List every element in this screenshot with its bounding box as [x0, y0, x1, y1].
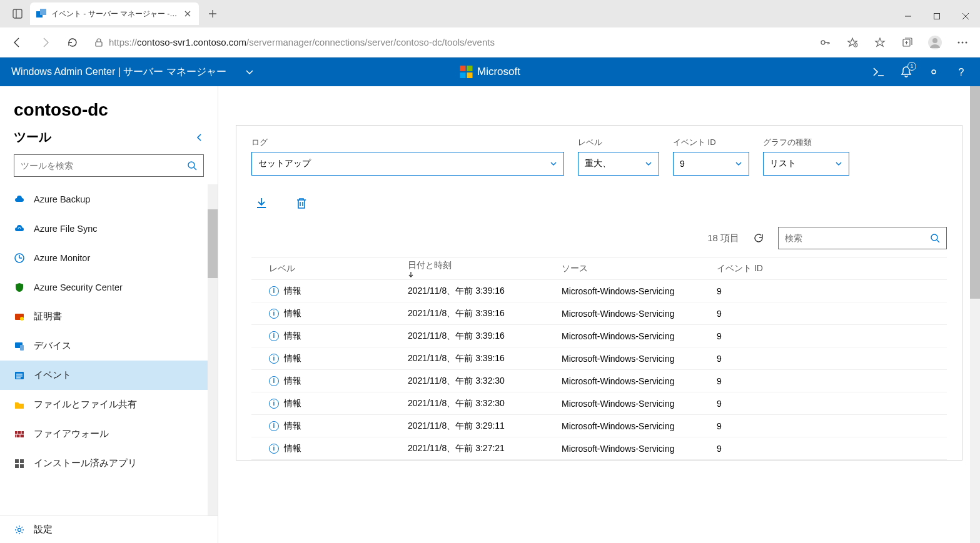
site-info-icon[interactable]: [94, 37, 104, 47]
more-button[interactable]: [950, 30, 975, 55]
sidebar-settings-label: 設定: [34, 524, 53, 536]
svg-rect-23: [20, 345, 24, 351]
server-name: contoso-dc: [14, 100, 108, 120]
col-level[interactable]: レベル: [251, 263, 408, 274]
sidebar-item-label: 証明書: [34, 311, 62, 322]
table-row[interactable]: i情報2021/11/8、午前 3:29:11Microsoft-Windows…: [251, 415, 947, 437]
cell-source: Microsoft-Windows-Servicing: [562, 354, 717, 364]
sidebar-item[interactable]: Azure Security Center: [0, 272, 218, 302]
table-row[interactable]: i情報2021/11/8、午前 3:39:16Microsoft-Windows…: [251, 302, 947, 325]
sidebar-search-input[interactable]: [21, 161, 182, 171]
sidebar-item[interactable]: Azure Monitor: [0, 243, 218, 272]
key-icon[interactable]: [812, 30, 837, 55]
sidebar-item[interactable]: イベント: [0, 361, 218, 390]
apps-icon: [14, 458, 25, 469]
main-scrollbar-track[interactable]: [970, 86, 980, 543]
table-row[interactable]: i情報2021/11/8、午前 3:32:30Microsoft-Windows…: [251, 370, 947, 392]
chevron-down-icon: [835, 160, 842, 167]
collapse-sidebar-button[interactable]: [195, 133, 204, 142]
main-content: ログ セットアップ レベル 重大、 イベント ID 9: [218, 86, 980, 543]
back-button[interactable]: [5, 30, 30, 55]
help-button[interactable]: ?: [954, 64, 969, 79]
table-row[interactable]: i情報2021/11/8、午前 3:39:16Microsoft-Windows…: [251, 325, 947, 347]
cell-date: 2021/11/8、午前 3:32:30: [408, 398, 562, 409]
tab-actions-button[interactable]: [5, 2, 30, 25]
filter-level-label: レベル: [578, 137, 659, 148]
col-id[interactable]: イベント ID: [717, 263, 947, 274]
chevron-down-icon[interactable]: [245, 67, 254, 76]
cell-date: 2021/11/8、午前 3:39:16: [408, 331, 562, 342]
filter-id-combo[interactable]: 9: [673, 152, 749, 176]
favorites-button[interactable]: [867, 30, 892, 55]
profile-button[interactable]: [922, 30, 947, 55]
cell-id: 9: [717, 444, 947, 454]
cell-id: 9: [717, 309, 947, 319]
filter-chart-combo[interactable]: リスト: [763, 152, 849, 176]
favorites-add-button[interactable]: [840, 30, 865, 55]
filter-level-combo[interactable]: 重大、: [578, 152, 659, 176]
cell-level: 情報: [284, 398, 301, 409]
window-minimize-button[interactable]: [894, 5, 922, 27]
refresh-results-button[interactable]: [750, 230, 767, 246]
cell-source: Microsoft-Windows-Servicing: [562, 309, 717, 319]
sidebar-item[interactable]: Azure File Sync: [0, 214, 218, 243]
sidebar-settings[interactable]: 設定: [0, 516, 218, 543]
tab-close-button[interactable]: [183, 9, 193, 19]
forward-button[interactable]: [33, 30, 58, 55]
sidebar-search[interactable]: [14, 154, 204, 177]
sidebar-item[interactable]: 証明書: [0, 302, 218, 331]
main-scrollbar-thumb[interactable]: [970, 86, 980, 299]
table-row[interactable]: i情報2021/11/8、午前 3:27:21Microsoft-Windows…: [251, 437, 947, 460]
new-tab-button[interactable]: [203, 4, 223, 24]
cell-date: 2021/11/8、午前 3:39:16: [408, 286, 562, 297]
sidebar-item[interactable]: インストール済みアプリ: [0, 449, 218, 478]
scrollbar-thumb[interactable]: [208, 209, 218, 278]
scrollbar-track[interactable]: [208, 184, 218, 516]
sidebar-item[interactable]: デバイス: [0, 331, 218, 361]
collections-button[interactable]: [895, 30, 920, 55]
folder-icon: [14, 399, 25, 411]
col-date[interactable]: 日付と時刻: [408, 260, 562, 277]
cell-source: Microsoft-Windows-Servicing: [562, 376, 717, 386]
sidebar-item[interactable]: ファイアウォール: [0, 419, 218, 449]
monitor-icon: [14, 252, 25, 264]
sidebar-item[interactable]: Azure Backup: [0, 184, 218, 214]
sidebar-item-label: Azure Backup: [34, 194, 90, 204]
filter-log-combo[interactable]: セットアップ: [251, 152, 564, 176]
sidebar-item[interactable]: ファイルとファイル共有: [0, 390, 218, 419]
cell-source: Microsoft-Windows-Servicing: [562, 444, 717, 454]
svg-rect-27: [16, 377, 21, 379]
table-row[interactable]: i情報2021/11/8、午前 3:39:16Microsoft-Windows…: [251, 280, 947, 302]
svg-rect-25: [16, 374, 23, 375]
gear-icon: [14, 524, 25, 536]
window-maximize-button[interactable]: [922, 5, 951, 27]
refresh-button[interactable]: [60, 30, 85, 55]
table-row[interactable]: i情報2021/11/8、午前 3:32:30Microsoft-Windows…: [251, 392, 947, 415]
chevron-down-icon: [550, 160, 557, 167]
sidebar-item-label: イベント: [34, 369, 71, 381]
export-button[interactable]: [251, 193, 271, 213]
results-search[interactable]: [778, 227, 947, 249]
search-icon: [187, 161, 197, 171]
microsoft-logo: Microsoft: [460, 66, 520, 78]
svg-line-35: [937, 240, 939, 242]
window-close-button[interactable]: [951, 5, 980, 27]
events-icon: [14, 370, 25, 381]
browser-tab[interactable]: イベント - サーバー マネージャー - Windo: [30, 2, 199, 25]
sidebar-item-label: インストール済みアプリ: [34, 457, 137, 469]
svg-rect-31: [15, 464, 19, 468]
settings-button[interactable]: [926, 64, 941, 79]
cell-date: 2021/11/8、午前 3:39:16: [408, 308, 562, 319]
table-row[interactable]: i情報2021/11/8、午前 3:39:16Microsoft-Windows…: [251, 347, 947, 370]
powershell-button[interactable]: [871, 64, 886, 79]
delete-button[interactable]: [291, 193, 311, 213]
info-icon: i: [269, 444, 279, 454]
svg-point-14: [966, 41, 967, 43]
address-bar[interactable]: https://contoso-svr1.contoso.com/serverm…: [88, 32, 810, 53]
sidebar-item-label: Azure File Sync: [34, 224, 98, 234]
notifications-button[interactable]: 1: [899, 64, 914, 79]
results-search-input[interactable]: [785, 233, 925, 243]
cell-id: 9: [717, 421, 947, 431]
results-table: レベル 日付と時刻 ソース イベント ID i情報2021/11/8、午前 3:…: [251, 257, 947, 460]
col-source[interactable]: ソース: [562, 263, 717, 274]
